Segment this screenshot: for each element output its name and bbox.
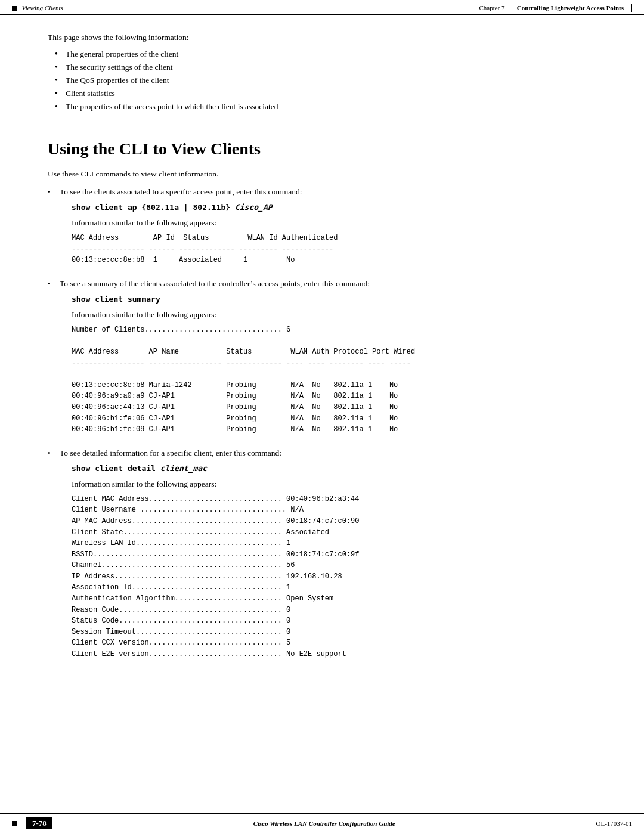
cli-item-3-command-block: show client detail client_mac [72,464,596,473]
cli-item-2-desc-wrapper: • To see a summary of the clients associ… [48,279,596,289]
section-heading: Using the CLI to View Clients [48,140,596,159]
list-item: The properties of the access point to wh… [66,102,596,112]
header-title: Controlling Lightweight Access Points [517,4,624,11]
cli-item-3-command-plain: show client detail [72,464,160,473]
cli-item-1-info: Information similar to the following app… [72,218,596,228]
footer-square-icon [12,821,17,826]
intro-section: This page shows the following informatio… [48,33,596,125]
cli-item-2-desc: To see a summary of the clients associat… [60,279,370,289]
section-intro: Use these CLI commands to view client in… [48,169,596,179]
cli-item-2-command: show client summary [72,295,160,304]
header-left: Viewing Clients [12,4,63,11]
cli-item-1-command-italic: Cisco_AP [230,203,272,212]
footer: 7-78 Cisco Wireless LAN Controller Confi… [0,813,644,833]
cli-bullet-icon: • [48,187,60,197]
header-bar: Viewing Clients Chapter 7 Controlling Li… [0,0,644,15]
cli-item-2-code: Number of Clients.......................… [72,324,596,435]
header-subheader: Viewing Clients [22,4,63,11]
footer-right-text: OL-17037-01 [596,820,633,827]
main-content: This page shows the following informatio… [0,15,644,721]
cli-bullet-icon: • [48,448,60,458]
cli-item-2-command-block: show client summary [72,295,596,304]
cli-item-3-desc: To see detailed information for a specif… [60,448,281,458]
list-item: The QoS properties of the client [66,76,596,85]
list-item: The general properties of the client [66,49,596,59]
cli-item-1-desc-wrapper: • To see the clients associated to a spe… [48,187,596,197]
cli-item-3-desc-wrapper: • To see detailed information for a spec… [48,448,596,458]
header-chapter: Chapter 7 [479,4,505,11]
header-divider [631,4,632,12]
cli-item-1-command-block: show client ap {802.11a | 802.11b} Cisco… [72,203,596,212]
cli-item-1-desc: To see the clients associated to a speci… [60,187,302,197]
cli-bullet-icon: • [48,279,60,289]
cli-item-3: • To see detailed information for a spec… [48,448,596,660]
cli-item-3-code: Client MAC Address......................… [72,494,596,660]
intro-bullet-list: The general properties of the client The… [48,49,596,112]
cli-item-2-info: Information similar to the following app… [72,310,596,320]
list-item: The security settings of the client [66,63,596,72]
cli-item-1: • To see the clients associated to a spe… [48,187,596,266]
cli-item-1-code: MAC Address AP Id Status WLAN Id Authent… [72,233,596,266]
header-right: Chapter 7 Controlling Lightweight Access… [479,4,633,12]
footer-left: 7-78 [12,817,52,829]
cli-item-1-command-plain: show client ap [72,203,141,212]
cli-item-1-command-braces: {802.11a | 802.11b} [141,203,230,212]
black-square-icon [12,6,17,11]
list-item: Client statistics [66,89,596,98]
intro-lead: This page shows the following informatio… [48,33,596,42]
footer-center-text: Cisco Wireless LAN Controller Configurat… [52,820,596,827]
cli-item-3-command-italic: client_mac [160,464,207,473]
cli-item-2: • To see a summary of the clients associ… [48,279,596,435]
cli-item-3-info: Information similar to the following app… [72,479,596,489]
footer-page-number: 7-78 [26,817,52,829]
